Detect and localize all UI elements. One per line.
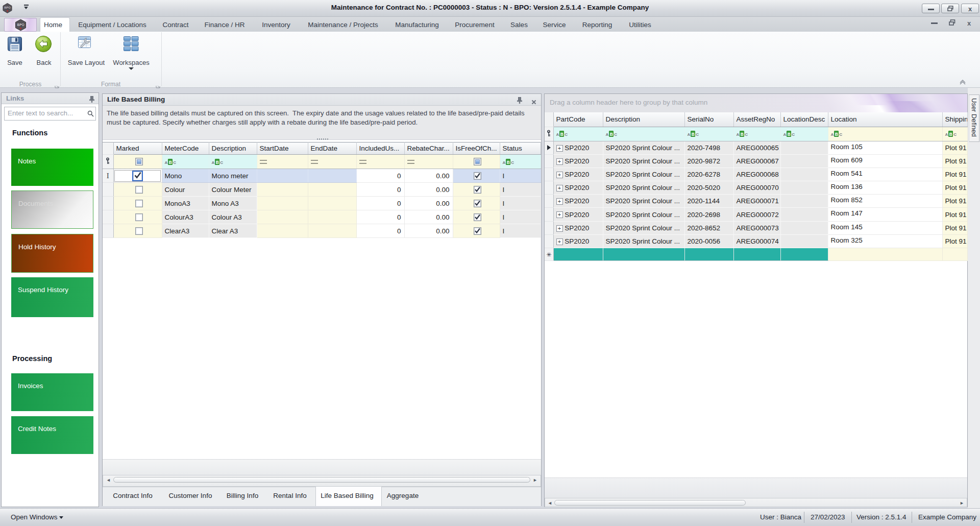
svg-text:BPO: BPO	[17, 23, 24, 27]
